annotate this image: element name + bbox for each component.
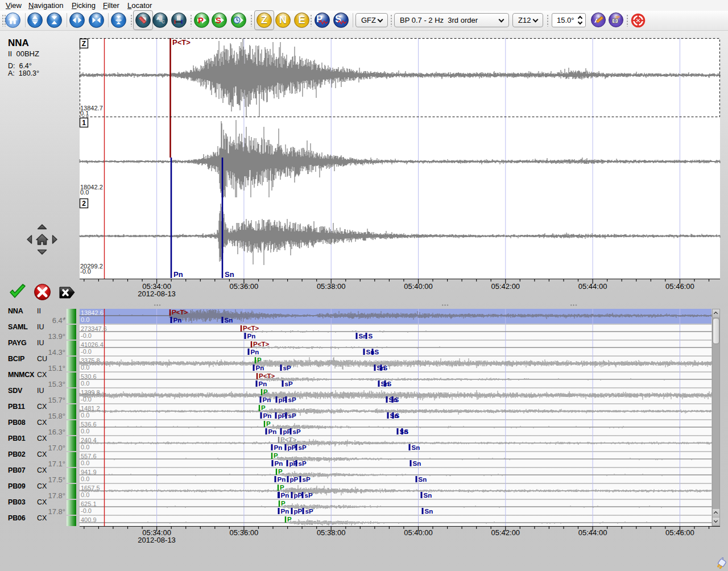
svg-text:0.0: 0.0 — [81, 380, 89, 387]
svg-text:sP: sP — [285, 380, 293, 387]
svg-text:P<T>: P<T> — [253, 341, 269, 347]
svg-text:941.9: 941.9 — [81, 469, 97, 475]
svg-text:0.0: 0.0 — [81, 475, 89, 482]
svg-text:sP: sP — [305, 492, 313, 499]
svg-text:P: P — [278, 468, 283, 475]
svg-text:0.0: 0.0 — [81, 428, 89, 435]
svg-text:0.0: 0.0 — [81, 316, 89, 323]
svg-text:P<T>: P<T> — [243, 325, 259, 332]
svg-text:Pn: Pn — [263, 396, 271, 403]
svg-text:sP: sP — [299, 444, 307, 451]
svg-text:S: S — [395, 412, 400, 419]
svg-text:S: S — [375, 349, 379, 355]
svg-text:S: S — [387, 380, 392, 387]
svg-text:1481.2: 1481.2 — [81, 405, 100, 412]
svg-text:0.0: 0.0 — [81, 444, 89, 450]
svg-text:Pn: Pn — [268, 428, 277, 435]
svg-text:273347.6: 273347.6 — [81, 325, 107, 332]
svg-text:05:40:00: 05:40:00 — [404, 528, 433, 537]
svg-text:sP: sP — [293, 428, 301, 435]
svg-text:P: P — [280, 484, 284, 491]
svg-text:pP: pP — [278, 412, 287, 419]
svg-text:05:42:00: 05:42:00 — [491, 528, 520, 537]
svg-text:P<T>: P<T> — [280, 436, 296, 443]
svg-text:Pn: Pn — [274, 444, 283, 451]
svg-text:Pn: Pn — [173, 317, 182, 324]
svg-text:Sn: Sn — [412, 444, 420, 451]
svg-text:-0.0: -0.0 — [81, 332, 92, 339]
svg-text:sP: sP — [283, 365, 291, 371]
svg-text:P: P — [266, 420, 271, 427]
svg-text:0.0: 0.0 — [81, 460, 89, 466]
svg-text:41026.4: 41026.4 — [81, 341, 104, 348]
svg-text:1399.8: 1399.8 — [81, 389, 100, 396]
svg-text:P: P — [281, 500, 286, 507]
svg-text:Pn: Pn — [247, 333, 256, 340]
svg-text:pP: pP — [294, 508, 303, 515]
svg-text:P: P — [261, 404, 266, 411]
svg-text:05:36:00: 05:36:00 — [230, 528, 259, 537]
svg-text:Pn: Pn — [259, 380, 267, 387]
svg-text:Sn: Sn — [225, 317, 233, 324]
svg-text:Sn: Sn — [413, 460, 421, 467]
svg-text:Pn: Pn — [281, 508, 289, 515]
svg-text:S: S — [395, 396, 399, 403]
svg-text:05:38:00: 05:38:00 — [317, 528, 346, 537]
svg-text:Sn: Sn — [419, 476, 427, 483]
svg-text:05:46:00: 05:46:00 — [665, 528, 694, 537]
svg-text:-0.0: -0.0 — [81, 396, 92, 403]
svg-text:1657.5: 1657.5 — [81, 485, 100, 491]
svg-text:P: P — [287, 516, 292, 523]
svg-text:400.9: 400.9 — [81, 516, 97, 523]
svg-text:sP: sP — [305, 508, 313, 515]
svg-text:625.1: 625.1 — [81, 500, 97, 507]
svg-text:S: S — [383, 365, 388, 371]
svg-text:P<T>: P<T> — [259, 373, 275, 379]
svg-text:P<T>: P<T> — [172, 309, 188, 316]
svg-text:3375.8: 3375.8 — [81, 357, 100, 364]
svg-text:sP: sP — [299, 460, 307, 467]
svg-text:P: P — [263, 388, 268, 395]
svg-text:240.4: 240.4 — [81, 437, 97, 444]
svg-text:Pn: Pn — [251, 349, 259, 355]
svg-text:pP: pP — [294, 492, 303, 499]
svg-text:05:44:00: 05:44:00 — [578, 528, 607, 537]
svg-text:-0.0: -0.0 — [81, 507, 92, 514]
svg-text:pP: pP — [288, 444, 296, 451]
svg-text:sP: sP — [303, 476, 311, 483]
svg-text:sP: sP — [288, 396, 296, 403]
svg-text:Pn: Pn — [278, 476, 286, 483]
svg-text:Pn: Pn — [256, 365, 264, 371]
svg-text:0.0: 0.0 — [81, 491, 89, 498]
svg-text:Pn: Pn — [281, 492, 289, 499]
svg-text:Pn: Pn — [263, 412, 272, 419]
svg-text:Sn: Sn — [425, 508, 433, 515]
svg-text:P: P — [274, 452, 278, 459]
svg-text:536.6: 536.6 — [81, 421, 97, 428]
svg-text:S: S — [404, 428, 409, 435]
svg-text:-0.0: -0.0 — [81, 348, 92, 355]
svg-text:Pn: Pn — [275, 460, 283, 467]
svg-text:0.0: 0.0 — [81, 364, 89, 371]
svg-text:13842.6: 13842.6 — [81, 309, 104, 316]
svg-text:pP: pP — [290, 476, 299, 483]
svg-text:557.6: 557.6 — [81, 453, 97, 460]
svg-text:0.0: 0.0 — [81, 412, 89, 419]
svg-text:P: P — [257, 357, 262, 363]
svg-text:S: S — [369, 333, 373, 340]
svg-text:2012-08-13: 2012-08-13 — [138, 536, 176, 544]
svg-text:sP: sP — [288, 412, 296, 419]
svg-text:Sn: Sn — [424, 492, 432, 499]
svg-text:530.6: 530.6 — [81, 373, 97, 380]
